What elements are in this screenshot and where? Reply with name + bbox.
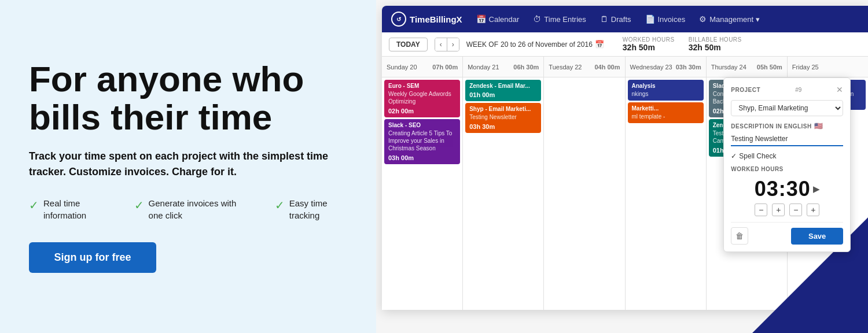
event-card[interactable]: Euro - SEM Weekly Google Adwords Optimiz… xyxy=(384,80,460,117)
popup-time-display: 03:30 ▶ xyxy=(731,177,843,201)
popup-project-select[interactable]: Shyp, Email Marketing xyxy=(731,100,843,116)
feature-label-3: Easy time tracking xyxy=(289,197,347,221)
week-label: WEEK OF 20 to 26 of November of 2016 📅 xyxy=(466,40,604,49)
popup-project-number: #9 xyxy=(795,87,801,93)
hero-subtitle: Track your time spent on each project wi… xyxy=(29,149,330,180)
event-time: 03h 00m xyxy=(388,154,456,161)
day-col-sunday: Sunday 20 07h 00m Euro - SEM Weekly Goog… xyxy=(382,57,463,310)
day-name-thursday: Thursday 24 xyxy=(711,64,746,71)
event-card[interactable]: Marketti... ml template - xyxy=(628,102,704,123)
spellcheck-label: Spell Check xyxy=(739,152,776,160)
nav-management[interactable]: ⚙ Management ▾ xyxy=(699,14,760,24)
popup-delete-button[interactable]: 🗑 xyxy=(731,227,748,245)
popup-desc-label-text: DESCRIPTION IN ENGLISH xyxy=(731,123,811,130)
event-card[interactable]: Zendesk - Email Mar... 01h 00m xyxy=(465,80,541,101)
popup-save-button[interactable]: Save xyxy=(791,228,843,245)
brand: ↺ TimeBillingX xyxy=(391,12,462,27)
popup-desc-label: DESCRIPTION IN ENGLISH 🇺🇸 xyxy=(731,122,843,130)
invoices-icon: 📄 xyxy=(645,14,655,24)
nav-drafts-label: Drafts xyxy=(611,15,631,24)
worked-hours-label: WORKED HOURS xyxy=(623,36,675,43)
feature-item-invoices: ✓ Generate invoices with one click xyxy=(134,197,252,221)
signup-button[interactable]: Sign up for free xyxy=(29,242,156,273)
brand-icon: ↺ xyxy=(391,12,406,27)
popup-footer: 🗑 Save xyxy=(731,227,843,245)
nav-time-entries[interactable]: ⏱ Time Entries xyxy=(533,14,586,24)
event-title: Marketti... xyxy=(632,105,700,112)
time-entries-icon: ⏱ xyxy=(533,14,541,24)
nav-management-label: Management ▾ xyxy=(709,15,760,24)
popup-time-controls: − + − + xyxy=(731,204,843,216)
nav-calendar[interactable]: 📅 Calendar xyxy=(476,14,520,24)
popup-close-button[interactable]: ✕ xyxy=(836,85,843,94)
feature-label-2: Generate invoices with one click xyxy=(149,197,252,221)
day-name-wednesday: Wednesday 23 xyxy=(630,64,672,71)
calendar-grid: Sunday 20 07h 00m Euro - SEM Weekly Goog… xyxy=(382,57,868,310)
day-col-monday: Monday 21 06h 30m Zendesk - Email Mar...… xyxy=(463,57,544,310)
app-window: ↺ TimeBillingX 📅 Calendar ⏱ Time Entries… xyxy=(382,6,868,310)
feature-item-tracking: ✓ Easy time tracking xyxy=(275,197,347,221)
popup-divider xyxy=(731,222,843,223)
minutes-increment-button[interactable]: + xyxy=(807,204,819,216)
prev-week-button[interactable]: ‹ xyxy=(435,38,447,51)
day-hours-wednesday: 03h 30m xyxy=(676,64,701,71)
event-card[interactable]: Analysis nkings xyxy=(628,80,704,101)
day-header-sunday: Sunday 20 07h 00m xyxy=(382,57,462,77)
hours-summary: WORKED HOURS 32h 50m BILLABLE HOURS 32h … xyxy=(623,36,742,52)
day-body-wednesday: Analysis nkings Marketti... ml template … xyxy=(626,77,706,310)
day-body-monday: Zendesk - Email Mar... 01h 00m Shyp - Em… xyxy=(463,77,543,310)
day-header-thursday: Thursday 24 05h 50m xyxy=(707,57,787,77)
day-header-friday: Friday 25 xyxy=(788,57,868,77)
popup-header: PROJECT #9 ✕ xyxy=(731,85,843,94)
nav-invoices-label: Invoices xyxy=(658,15,686,24)
day-hours-sunday: 07h 00m xyxy=(432,64,458,71)
event-title: Analysis xyxy=(632,83,700,89)
time-value: 03:30 xyxy=(755,177,811,201)
nav-drafts[interactable]: 🗒 Drafts xyxy=(600,14,631,24)
day-col-wednesday: Wednesday 23 03h 30m Analysis nkings Mar… xyxy=(626,57,707,310)
popup-worked-label: WORKED HOURS xyxy=(731,166,843,172)
event-title: Euro - SEM xyxy=(388,83,456,89)
day-body-sunday: Euro - SEM Weekly Google Adwords Optimiz… xyxy=(382,77,462,310)
event-desc: Weekly Google Adwords Optimizing xyxy=(388,90,456,105)
trash-icon: 🗑 xyxy=(735,231,744,240)
toolbar: TODAY ‹ › WEEK OF 20 to 26 of November o… xyxy=(382,32,868,57)
event-desc: Testing Newsletter xyxy=(469,113,537,121)
check-icon-3: ✓ xyxy=(275,198,285,212)
day-col-tuesday: Tuesday 22 04h 00m PROJECT #9 ✕ Shyp, Em… xyxy=(544,57,625,310)
day-header-monday: Monday 21 06h 30m xyxy=(463,57,543,77)
left-panel: For anyone who bills their time Track yo… xyxy=(0,0,376,333)
popup-spellcheck: ✓ Spell Check xyxy=(731,152,843,160)
day-name-monday: Monday 21 xyxy=(468,64,499,71)
today-button[interactable]: TODAY xyxy=(389,38,428,51)
feature-label-1: Real time information xyxy=(43,197,111,221)
calendar-pick-icon[interactable]: 📅 xyxy=(595,40,604,49)
nav-invoices[interactable]: 📄 Invoices xyxy=(645,14,686,24)
worked-hours-value: 32h 50m xyxy=(623,43,675,52)
event-desc: Creating Article 5 Tips To Improve your … xyxy=(388,130,456,152)
features-list: ✓ Real time information ✓ Generate invoi… xyxy=(29,197,347,221)
day-header-tuesday: Tuesday 22 04h 00m xyxy=(544,57,624,77)
next-week-button[interactable]: › xyxy=(447,38,459,51)
event-title: Shyp - Email Marketi... xyxy=(469,106,537,112)
hours-increment-button[interactable]: + xyxy=(772,204,785,216)
event-card[interactable]: Slack - SEO Creating Article 5 Tips To I… xyxy=(384,119,460,164)
nav-calendar-label: Calendar xyxy=(489,15,520,24)
minutes-decrement-button[interactable]: − xyxy=(789,204,802,216)
event-title: Slack - SEO xyxy=(388,122,456,128)
hours-decrement-button[interactable]: − xyxy=(755,204,767,216)
event-card[interactable]: Shyp - Email Marketi... Testing Newslett… xyxy=(465,103,541,133)
day-body-tuesday xyxy=(544,77,624,310)
day-header-wednesday: Wednesday 23 03h 30m xyxy=(626,57,706,77)
day-name-tuesday: Tuesday 22 xyxy=(549,64,582,71)
week-of-label: WEEK OF xyxy=(466,40,498,49)
event-popup: PROJECT #9 ✕ Shyp, Email Marketing DESCR… xyxy=(723,77,851,252)
feature-item-realtime: ✓ Real time information xyxy=(29,197,111,221)
popup-desc-input[interactable] xyxy=(731,132,843,146)
nav-time-entries-label: Time Entries xyxy=(544,15,586,24)
time-play-icon[interactable]: ▶ xyxy=(813,184,820,194)
billable-hours-value: 32h 50m xyxy=(689,43,742,52)
week-value: 20 to 26 of November of 2016 xyxy=(501,40,593,49)
flag-icon: 🇺🇸 xyxy=(814,122,823,130)
day-hours-thursday: 05h 50m xyxy=(757,64,782,71)
